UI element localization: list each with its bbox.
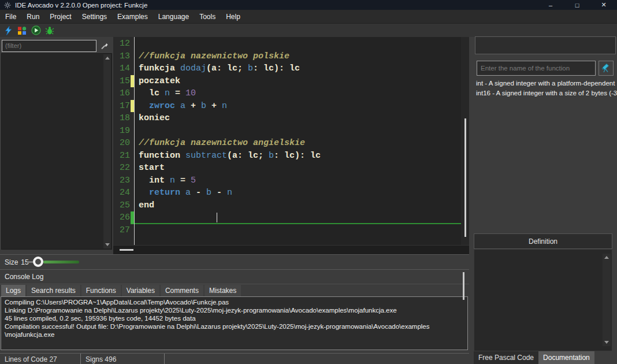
console-log-output[interactable]: Compiling C:\Users\PROGRA~1\AppData\Loca…: [1, 296, 468, 350]
code-text: end: [135, 199, 461, 212]
tree-scrollbar[interactable]: [103, 54, 111, 248]
code-line-19[interactable]: 19: [113, 125, 461, 138]
documentation-tabs: Free Pascal CodeDocumentation: [474, 351, 617, 364]
debug-icon[interactable]: [44, 25, 55, 36]
modified-line-marker: [131, 100, 134, 113]
menu-language[interactable]: Language: [153, 13, 194, 21]
code-line-20[interactable]: 20//funkcja nazewnictwo angielskie: [113, 137, 461, 150]
definition-header: Definition: [474, 233, 612, 249]
code-line-12[interactable]: 12: [113, 38, 461, 50]
gutter-marker-space: [131, 162, 134, 174]
clear-filter-icon[interactable]: [98, 39, 111, 52]
code-line-26[interactable]: 26: [113, 211, 461, 224]
line-number: 22: [113, 162, 131, 174]
tab-variables[interactable]: Variables: [122, 285, 159, 296]
tab-documentation[interactable]: Documentation: [538, 351, 594, 364]
editor-horizontal-scrollbar[interactable]: [113, 245, 469, 254]
code-line-16[interactable]: 16 lc n = 10: [113, 87, 461, 100]
font-size-slider[interactable]: [27, 255, 81, 269]
scrollbar-thumb[interactable]: [464, 118, 466, 237]
log-line: Compilation successful! Output file: D:\…: [5, 322, 464, 330]
tab-search-results[interactable]: Search results: [27, 285, 80, 296]
line-number: 21: [113, 150, 131, 162]
function-result-box: [475, 36, 616, 54]
minimize-button[interactable]: –: [537, 0, 564, 10]
line-number: 19: [113, 125, 131, 138]
open-project-icon[interactable]: [17, 25, 27, 36]
code-line-24[interactable]: 24 return a - b - n: [113, 187, 461, 199]
code-text: start: [135, 162, 461, 174]
code-text: [135, 125, 461, 138]
tab-functions[interactable]: Functions: [81, 285, 121, 296]
compile-icon[interactable]: [3, 25, 13, 36]
close-button[interactable]: ✕: [590, 0, 617, 10]
code-line-23[interactable]: 23 int n = 5: [113, 174, 461, 187]
console-log-header: Console Log: [0, 269, 469, 284]
gutter-marker-space: [131, 62, 134, 75]
code-text: int n = 5: [135, 174, 461, 187]
code-text: poczatek: [135, 75, 461, 88]
tab-comments[interactable]: Comments: [161, 285, 203, 296]
maximize-button[interactable]: □: [564, 0, 590, 10]
gutter-marker-space: [131, 87, 134, 100]
documentation-scrollbar[interactable]: [603, 254, 611, 346]
documentation-area: [474, 249, 612, 351]
code-line-13[interactable]: 13//funkcja nazewnictwo polskie: [113, 50, 461, 63]
scroll-down-icon[interactable]: [105, 243, 110, 246]
right-panel: int - A signed integer with a platform-d…: [474, 37, 617, 364]
titlebar: IDE Avocado v 2.2.0.0 Open project: Funk…: [0, 0, 617, 10]
code-line-18[interactable]: 18koniec: [113, 112, 461, 125]
code-line-25[interactable]: 25end: [113, 199, 461, 212]
scroll-up-icon[interactable]: [105, 57, 110, 60]
tab-free-pascal-code[interactable]: Free Pascal Code: [474, 351, 538, 364]
line-number: 25: [113, 199, 131, 212]
code-line-21[interactable]: 21function subtract(a: lc; b: lc): lc: [113, 150, 461, 162]
filter-input[interactable]: [2, 40, 96, 52]
scroll-up-icon[interactable]: [604, 256, 609, 259]
menu-run[interactable]: Run: [21, 13, 44, 21]
line-number: 12: [113, 38, 131, 50]
line-number: 20: [113, 137, 131, 150]
code-line-22[interactable]: 22start: [113, 162, 461, 174]
scrollbar-thumb[interactable]: [120, 249, 133, 251]
gutter-marker-space: [131, 112, 134, 125]
gutter-marker-space: [131, 137, 134, 150]
menu-help[interactable]: Help: [221, 13, 246, 21]
tab-logs[interactable]: Logs: [1, 285, 25, 296]
log-line: 45 lines compiled, 0.2 sec, 195936 bytes…: [5, 314, 464, 322]
bottom-section: Size 15 Console Log LogsSearch resultsFu…: [0, 254, 469, 364]
type-list-item[interactable]: int - A signed integer with a platform-d…: [475, 79, 617, 88]
slider-thumb[interactable]: [33, 257, 43, 267]
scroll-down-icon[interactable]: [604, 341, 609, 344]
code-line-15[interactable]: 15poczatek: [113, 75, 461, 88]
code-line-27[interactable]: 27: [113, 224, 461, 237]
code-text: function subtract(a: lc; b: lc): lc: [135, 150, 461, 162]
code-text: koniec: [135, 112, 461, 125]
gutter-marker-space: [131, 174, 134, 187]
type-list-item[interactable]: int16 - A signed integer with a size of …: [475, 88, 617, 98]
code-line-17[interactable]: 17 zwroc a + b + n: [113, 100, 461, 113]
font-size-control: Size 15: [0, 255, 469, 269]
line-number: 23: [113, 174, 131, 187]
menu-project[interactable]: Project: [44, 13, 76, 21]
function-search-input[interactable]: [477, 61, 596, 76]
menu-file[interactable]: File: [0, 13, 21, 21]
line-number: 24: [113, 187, 131, 199]
log-line: Compiling C:\Users\PROGRA~1\AppData\Loca…: [5, 298, 464, 306]
menu-settings[interactable]: Settings: [77, 13, 112, 21]
log-scrollbar-thumb[interactable]: [463, 272, 464, 300]
run-icon[interactable]: [31, 25, 41, 36]
tab-mistakes[interactable]: Mistakes: [205, 285, 241, 296]
code-editor[interactable]: 1213//funkcja nazewnictwo polskie14funkc…: [113, 37, 469, 254]
function-search-button[interactable]: [599, 61, 614, 76]
log-line: Linking D:\Programowanie na Delphi\Lazar…: [5, 306, 464, 314]
modified-line-marker: [131, 75, 134, 88]
window-title: IDE Avocado v 2.2.0.0 Open project: Funk…: [15, 2, 147, 9]
symbol-tree[interactable]: [1, 53, 112, 250]
code-line-14[interactable]: 14funkcja dodaj(a: lc; b: lc): lc: [113, 62, 461, 75]
menu-tools[interactable]: Tools: [194, 13, 221, 21]
gutter-marker-space: [131, 125, 134, 138]
editor-vertical-scrollbar[interactable]: [461, 37, 469, 245]
menu-examples[interactable]: Examples: [112, 13, 153, 21]
code-text: //funkcja nazewnictwo angielskie: [135, 137, 461, 150]
